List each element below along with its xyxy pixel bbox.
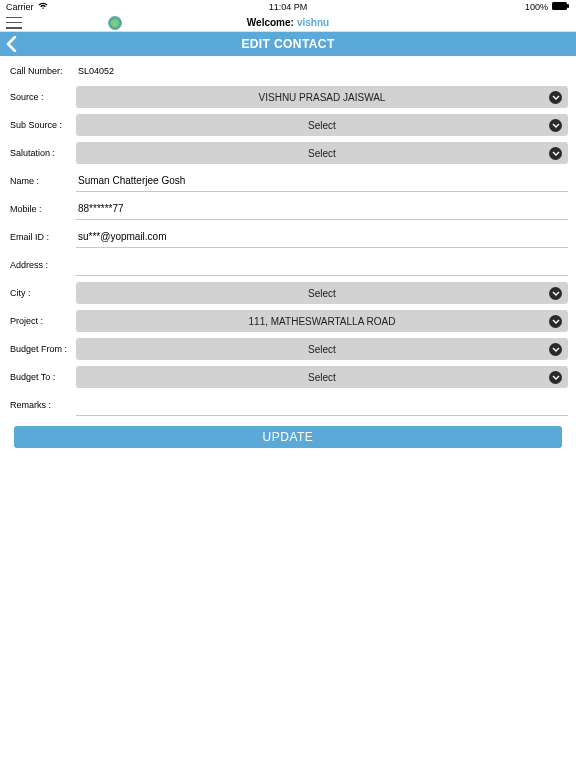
name-label: Name : (8, 176, 76, 186)
remarks-input[interactable] (76, 394, 568, 416)
budgetfrom-value: Select (308, 344, 336, 355)
update-button[interactable]: UPDATE (14, 426, 562, 448)
chevron-down-icon (549, 119, 562, 132)
call-number-value: SL04052 (78, 66, 114, 76)
status-bar: Carrier 11:04 PM 100% (0, 0, 576, 14)
chevron-down-icon (549, 315, 562, 328)
email-input[interactable] (76, 226, 568, 248)
project-label: Project : (8, 316, 76, 326)
address-label: Address : (8, 260, 76, 270)
welcome-user: vishnu (297, 17, 329, 28)
project-value: 111, MATHESWARTALLA ROAD (249, 316, 396, 327)
salutation-label: Salutation : (8, 148, 76, 158)
welcome-prefix: Welcome: (247, 17, 294, 28)
app-logo (108, 16, 122, 30)
remarks-label: Remarks : (8, 400, 76, 410)
subsource-select[interactable]: Select (76, 114, 568, 136)
welcome-bar: Welcome:vishnu (0, 14, 576, 32)
battery-percent: 100% (525, 2, 548, 12)
budgetto-select[interactable]: Select (76, 366, 568, 388)
budgetto-label: Budget To : (8, 372, 76, 382)
city-label: City : (8, 288, 76, 298)
menu-icon[interactable] (6, 17, 22, 29)
form-content: Call Number: SL04052 Source : VISHNU PRA… (0, 56, 576, 448)
mobile-input[interactable] (76, 198, 568, 220)
email-label: Email ID : (8, 232, 76, 242)
address-input[interactable] (76, 254, 568, 276)
call-number-label: Call Number: (10, 66, 78, 76)
svg-rect-0 (552, 2, 567, 10)
source-select[interactable]: VISHNU PRASAD JAISWAL (76, 86, 568, 108)
chevron-down-icon (549, 91, 562, 104)
salutation-select[interactable]: Select (76, 142, 568, 164)
clock: 11:04 PM (269, 2, 308, 12)
carrier-label: Carrier (6, 2, 34, 12)
page-title: EDIT CONTACT (241, 37, 334, 51)
mobile-label: Mobile : (8, 204, 76, 214)
source-label: Source : (8, 92, 76, 102)
chevron-down-icon (549, 371, 562, 384)
city-value: Select (308, 288, 336, 299)
subsource-label: Sub Source : (8, 120, 76, 130)
salutation-value: Select (308, 148, 336, 159)
source-value: VISHNU PRASAD JAISWAL (259, 92, 386, 103)
chevron-down-icon (549, 287, 562, 300)
wifi-icon (38, 2, 48, 12)
name-input[interactable] (76, 170, 568, 192)
page-header: EDIT CONTACT (0, 32, 576, 56)
call-number-row: Call Number: SL04052 (8, 62, 568, 86)
budgetfrom-label: Budget From : (8, 344, 76, 354)
budgetfrom-select[interactable]: Select (76, 338, 568, 360)
svg-rect-1 (567, 4, 569, 8)
chevron-down-icon (549, 147, 562, 160)
battery-icon (552, 2, 570, 12)
welcome-text: Welcome:vishnu (247, 17, 329, 28)
back-icon[interactable] (6, 36, 17, 56)
chevron-down-icon (549, 343, 562, 356)
subsource-value: Select (308, 120, 336, 131)
budgetto-value: Select (308, 372, 336, 383)
project-select[interactable]: 111, MATHESWARTALLA ROAD (76, 310, 568, 332)
city-select[interactable]: Select (76, 282, 568, 304)
